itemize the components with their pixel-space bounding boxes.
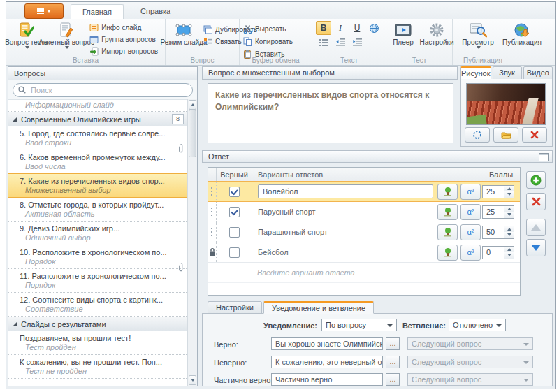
list-item[interactable]: Поздравляем, вы прошли тест!Тест пройден [8, 331, 188, 355]
notification-select[interactable]: По вопросу [321, 319, 397, 331]
drag-handle[interactable] [208, 242, 217, 262]
delete-answer-button[interactable] [526, 193, 546, 210]
preview-button[interactable]: Просмотр [458, 21, 498, 49]
correct-checkbox[interactable] [229, 207, 240, 217]
import-questions-button[interactable]: Импорт вопросов [88, 46, 159, 57]
tab-sound[interactable]: Звук [493, 66, 522, 80]
answer-text-input[interactable] [258, 184, 433, 198]
incorrect-feedback-field[interactable]: К сожалению, это неверный ответ... [271, 356, 383, 368]
list-button[interactable] [316, 35, 331, 49]
tab-picture[interactable]: Рисунок [460, 66, 491, 80]
drag-handle[interactable] [208, 182, 217, 201]
list-item[interactable]: 8. Отметьте города, в которых пройдут...… [8, 198, 188, 222]
italic-button[interactable]: I [333, 21, 348, 35]
spin-down-button[interactable] [504, 252, 514, 259]
indent-decrease-button[interactable] [333, 35, 348, 49]
move-down-button[interactable] [526, 239, 546, 256]
add-image-button[interactable] [437, 245, 458, 261]
points-spinner[interactable]: 50 [482, 226, 514, 239]
spin-down-button[interactable] [504, 232, 514, 238]
spin-down-button[interactable] [504, 191, 514, 198]
add-image-button[interactable] [437, 224, 458, 240]
move-up-button[interactable] [526, 219, 546, 236]
partial-more-button[interactable]: ... [386, 373, 400, 386]
points-spinner[interactable]: 25 [482, 205, 514, 219]
slide-mode-button[interactable]: Режим слайда [168, 21, 200, 46]
remove-image-button[interactable] [522, 127, 547, 143]
list-item[interactable]: 10. Расположите в хронологическом по...П… [8, 245, 188, 269]
drag-handle[interactable] [208, 202, 217, 222]
list-item[interactable]: 12. Соотнесите виды спорта с картинк...С… [8, 293, 188, 317]
add-image-button[interactable] [437, 204, 458, 220]
formula-button[interactable]: α² [460, 224, 481, 240]
publish-button[interactable]: Публикация [500, 21, 544, 46]
spin-up-button[interactable] [504, 206, 514, 212]
group-header-olympics[interactable]: Современные Олимпийские игры8 [8, 112, 188, 126]
scroll-down-button[interactable] [189, 375, 196, 385]
info-slide-button[interactable]: Инфо слайд [88, 22, 159, 33]
list-item[interactable]: 9. Девиз Олимпийских игр...Одиночный выб… [8, 222, 188, 245]
points-spinner[interactable]: 0 [482, 246, 514, 259]
correct-checkbox[interactable] [229, 227, 240, 238]
answer-row[interactable]: Парашютный спорт α² 50 [208, 222, 520, 242]
tab-home[interactable]: Главная [71, 4, 124, 20]
formula-button[interactable]: α² [460, 204, 481, 220]
search-input[interactable] [29, 85, 187, 95]
list-item[interactable]: Информационный слайд [8, 99, 188, 112]
underline-button[interactable]: U [349, 21, 365, 35]
drag-handle[interactable] [208, 222, 217, 242]
add-image-button[interactable] [437, 184, 458, 200]
answer-row[interactable]: Бейсбол α² 0 [208, 242, 520, 263]
tab-feedback-branching[interactable]: Уведомление и ветвление [263, 301, 374, 314]
partial-branch-select[interactable]: Следующий вопрос [407, 373, 533, 386]
scroll-thumb[interactable] [189, 110, 196, 157]
list-item[interactable]: 5. Город, где состоялись первые совре...… [8, 126, 188, 150]
answer-row[interactable]: Парусный спорт α² 25 [208, 202, 520, 222]
sidebar-scrollbar[interactable] [187, 99, 197, 386]
add-answer-button[interactable] [526, 171, 546, 189]
survey-question-button[interactable]: Анкетный вопрос [47, 21, 86, 49]
player-button[interactable]: Плеер [389, 21, 418, 46]
correct-branch-select[interactable]: Следующий вопрос [407, 337, 533, 350]
quiz-settings-button[interactable]: Настройки [420, 21, 453, 46]
answer-text[interactable]: Парусный спорт [252, 208, 437, 216]
tab-video[interactable]: Видео [523, 66, 553, 80]
points-spinner[interactable]: 25 [482, 185, 514, 198]
spin-down-button[interactable] [504, 212, 514, 218]
question-image-thumbnail[interactable] [466, 83, 546, 125]
tab-help[interactable]: Справка [129, 5, 182, 18]
copy-button[interactable]: Копировать [242, 36, 294, 47]
hyperlink-button[interactable] [366, 21, 382, 35]
app-menu-button[interactable] [24, 3, 64, 19]
browse-image-button[interactable] [493, 127, 518, 143]
spin-up-button[interactable] [504, 247, 514, 253]
correct-feedback-field[interactable]: Вы хорошо знаете Олимпийские ... [271, 337, 383, 350]
formula-button[interactable]: α² [460, 245, 481, 261]
list-item-selected[interactable]: 7. Какие из перечисленных видов спор...М… [8, 173, 188, 198]
list-item[interactable]: 11. Расположите в хронологическом по...П… [8, 269, 188, 293]
answer-text[interactable]: Бейсбол [252, 248, 437, 256]
spin-up-button[interactable] [504, 226, 514, 233]
scroll-up-button[interactable] [189, 100, 196, 110]
correct-checkbox[interactable] [229, 247, 240, 258]
correct-checkbox[interactable] [229, 187, 240, 197]
answer-row[interactable]: α² 25 [208, 181, 520, 202]
answer-text[interactable]: Парашютный спорт [252, 228, 437, 236]
cut-button[interactable]: Вырезать [242, 24, 294, 34]
branching-select[interactable]: Отключено [449, 319, 506, 331]
indent-increase-button[interactable] [349, 35, 365, 49]
partial-feedback-field[interactable]: Частично верно [271, 373, 383, 386]
formula-button[interactable]: α² [460, 184, 481, 200]
group-header-results[interactable]: Слайды с результатами [8, 317, 188, 331]
bold-button[interactable]: B [316, 21, 331, 35]
spin-up-button[interactable] [504, 186, 514, 192]
question-text-editor[interactable]: Какие из перечисленных видов спорта отно… [208, 83, 453, 143]
incorrect-more-button[interactable]: ... [386, 356, 400, 368]
list-item[interactable]: К сожалению, вы не прошли тест. Поп...Те… [8, 355, 188, 379]
list-item[interactable]: 6. Каков временной промежуток между...Вв… [8, 150, 188, 174]
tab-options[interactable]: Настройки [208, 301, 262, 314]
correct-more-button[interactable]: ... [386, 337, 400, 350]
incorrect-branch-select[interactable]: Следующий вопрос [407, 356, 533, 368]
question-group-button[interactable]: Группа вопросов [88, 34, 159, 45]
image-settings-button[interactable] [465, 127, 490, 143]
